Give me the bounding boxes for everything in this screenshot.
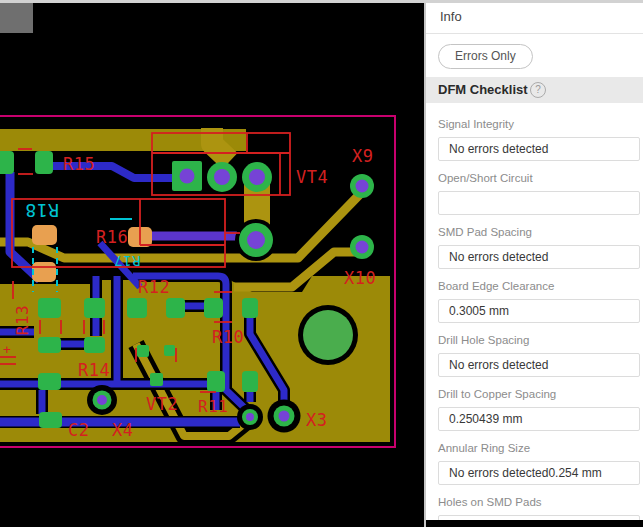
panel-title: Info <box>440 9 462 24</box>
designator-r14[interactable]: R14 <box>78 360 110 380</box>
designator-x9[interactable]: X9 <box>352 146 373 166</box>
designator-r10[interactable]: R10 <box>212 327 244 347</box>
field-label-annular-ring-size: Annular Ring Size <box>438 442 530 454</box>
field-label-holes-on-smd-pads: Holes on SMD Pads <box>438 496 542 508</box>
designator-x4[interactable]: X4 <box>112 420 133 440</box>
field-value-signal-integrity[interactable]: No errors detected <box>438 137 640 161</box>
designator-c2[interactable]: C2 <box>68 420 89 440</box>
field-label-board-edge-clearance: Board Edge Clearance <box>438 280 554 292</box>
field-label-smd-pad-spacing: SMD Pad Spacing <box>438 226 532 238</box>
field-value-annular-ring-size[interactable]: No errors detected0.254 mm <box>438 461 640 485</box>
designator-vt2[interactable]: VT2 <box>146 394 178 414</box>
field-label-signal-integrity: Signal Integrity <box>438 118 514 130</box>
mounting-hole[interactable] <box>298 305 358 365</box>
polarity-plus-mark: + <box>3 342 11 357</box>
pcb-dfm-app: R15 R18 R16 R17 R12 R13 R14 VT2 C2 X4 R1… <box>0 0 643 527</box>
field-value-board-edge-clearance[interactable]: 0.3005 mm <box>438 299 640 323</box>
panel-divider <box>426 33 643 34</box>
help-icon[interactable]: ? <box>530 82 546 98</box>
designator-r15[interactable]: R15 <box>63 154 95 174</box>
designator-x3[interactable]: X3 <box>306 410 327 430</box>
info-panel: Info Errors Only DFM Checklist ? Signal … <box>424 0 643 527</box>
dfm-checklist-section: DFM Checklist ? <box>426 77 643 103</box>
field-value-open-short-circuit[interactable] <box>438 191 640 215</box>
errors-only-toggle[interactable]: Errors Only <box>438 44 533 69</box>
designator-r13[interactable]: R13 <box>13 305 32 335</box>
designator-r16[interactable]: R16 <box>96 227 128 247</box>
window-top-edge <box>0 0 643 3</box>
designator-vt4[interactable]: VT4 <box>296 167 328 187</box>
window-bottom-edge <box>426 520 643 527</box>
designator-x10[interactable]: X10 <box>344 268 376 288</box>
designator-r18[interactable]: R18 <box>25 200 59 221</box>
toolbar-corner-block <box>0 3 33 33</box>
field-label-drill-hole-spacing: Drill Hole Spacing <box>438 334 529 346</box>
designator-r11[interactable]: R11 <box>198 397 228 416</box>
designator-r17[interactable]: R17 <box>114 253 141 269</box>
field-value-drill-hole-spacing[interactable]: No errors detected <box>438 353 640 377</box>
field-value-smd-pad-spacing[interactable]: No errors detected <box>438 245 640 269</box>
pcb-canvas[interactable]: R15 R18 R16 R17 R12 R13 R14 VT2 C2 X4 R1… <box>0 0 424 527</box>
field-value-drill-to-copper-spacing[interactable]: 0.250439 mm <box>438 407 640 431</box>
dfm-checklist-title: DFM Checklist <box>438 82 528 97</box>
designator-r12[interactable]: R12 <box>138 277 170 297</box>
field-label-open-short-circuit: Open/Short Circuit <box>438 172 533 184</box>
field-label-drill-to-copper-spacing: Drill to Copper Spacing <box>438 388 556 400</box>
